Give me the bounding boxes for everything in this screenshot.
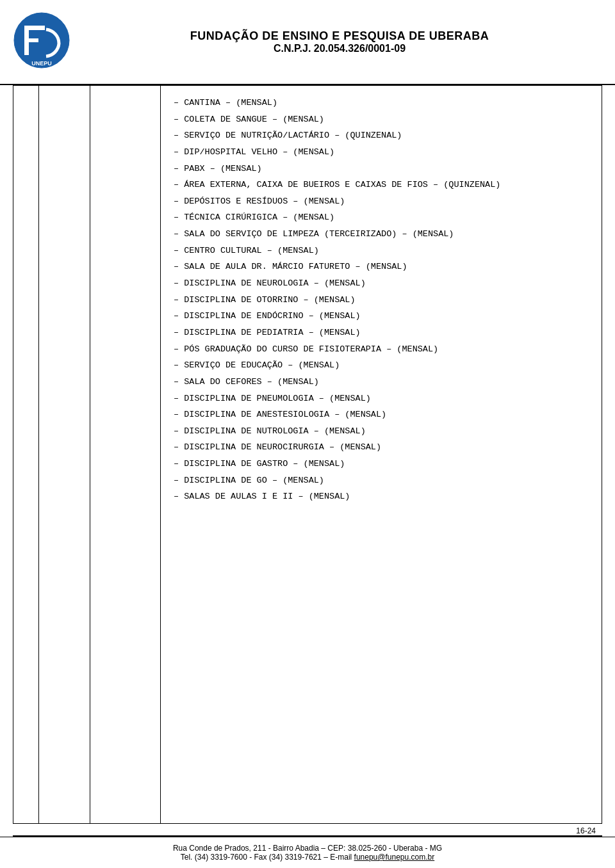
list-item: – DISCIPLINA DE OTORRINO – (MENSAL) bbox=[174, 292, 589, 309]
page-number: 16-24 bbox=[576, 826, 596, 835]
phone-text: Tel. (34) 3319-7600 - Fax (34) 3319-7621… bbox=[181, 853, 354, 862]
list-item: – DISCIPLINA DE GASTRO – (MENSAL) bbox=[174, 456, 589, 472]
list-item: – DIP/HOSPITAL VELHO – (MENSAL) bbox=[174, 144, 589, 161]
page-number-area: 16-24 bbox=[0, 824, 615, 835]
list-item: – SERVIÇO DE EDUCAÇÃO – (MENSAL) bbox=[174, 357, 589, 374]
list-item: – DEPÓSITOS E RESÍDUOS – (MENSAL) bbox=[174, 193, 589, 210]
list-item: – SALA DE AULA DR. MÁRCIO FATURETO – (ME… bbox=[174, 259, 589, 275]
page-wrapper: UNEPU FUNDAÇÃO DE ENSINO E PESQUISA DE U… bbox=[0, 0, 615, 868]
list-item: – SALA DO CEFORES – (MENSAL) bbox=[174, 374, 589, 390]
list-item: – PÓS GRADUAÇÃO DO CURSO DE FISIOTERAPIA… bbox=[174, 341, 589, 358]
list-item: – TÉCNICA CIRÚRIGICA – (MENSAL) bbox=[174, 209, 589, 226]
list-item: – DISCIPLINA DE PNEUMOLOGIA – (MENSAL) bbox=[174, 390, 589, 407]
list-item: – CENTRO CULTURAL – (MENSAL) bbox=[174, 243, 589, 259]
list-item: – COLETA DE SANGUE – (MENSAL) bbox=[174, 111, 589, 128]
svg-rect-2 bbox=[24, 26, 45, 30]
header-title: FUNDAÇÃO DE ENSINO E PESQUISA DE UBERABA… bbox=[83, 29, 596, 54]
org-cnpj: C.N.P.J. 20.054.326/0001-09 bbox=[83, 43, 596, 54]
content-list: – CANTINA – (MENSAL)– COLETA DE SANGUE –… bbox=[174, 95, 589, 505]
col-2 bbox=[39, 86, 90, 824]
main-content: – CANTINA – (MENSAL)– COLETA DE SANGUE –… bbox=[0, 85, 615, 824]
list-item: – DISCIPLINA DE GO – (MENSAL) bbox=[174, 472, 589, 489]
list-item: – DISCIPLINA DE ANESTESIOLOGIA – (MENSAL… bbox=[174, 406, 589, 423]
list-item: – SERVIÇO DE NUTRIÇÃO/LACTÁRIO – (QUINZE… bbox=[174, 127, 589, 144]
svg-text:UNEPU: UNEPU bbox=[31, 60, 52, 67]
col-3 bbox=[90, 86, 161, 824]
col-1 bbox=[13, 86, 39, 824]
content-table: – CANTINA – (MENSAL)– COLETA DE SANGUE –… bbox=[13, 85, 602, 824]
list-item: – DISCIPLINA DE NEUROLOGIA – (MENSAL) bbox=[174, 275, 589, 292]
list-item: – SALAS DE AULAS I E II – (MENSAL) bbox=[174, 488, 589, 505]
list-item: – PABX – (MENSAL) bbox=[174, 161, 589, 177]
page-footer: Rua Conde de Prados, 211 - Bairro Abadia… bbox=[0, 837, 615, 868]
org-name: FUNDAÇÃO DE ENSINO E PESQUISA DE UBERABA bbox=[83, 29, 596, 43]
list-item: – DISCIPLINA DE NEUROCIRURGIA – (MENSAL) bbox=[174, 439, 589, 456]
list-item: – ÁREA EXTERNA, CAIXA DE BUEIROS E CAIXA… bbox=[174, 177, 589, 193]
footer-address: Rua Conde de Prados, 211 - Bairro Abadia… bbox=[19, 844, 596, 853]
list-item: – SALA DO SERVIÇO DE LIMPEZA (TERCEIRIZA… bbox=[174, 226, 589, 243]
address-text: Rua Conde de Prados, 211 - Bairro Abadia… bbox=[173, 844, 442, 853]
email-link[interactable]: funepu@funepu.com.br bbox=[354, 853, 435, 862]
footer-contact: Tel. (34) 3319-7600 - Fax (34) 3319-7621… bbox=[19, 853, 596, 862]
list-item: – DISCIPLINA DE PEDIATRIA – (MENSAL) bbox=[174, 325, 589, 341]
list-item: – CANTINA – (MENSAL) bbox=[174, 95, 589, 111]
col-content: – CANTINA – (MENSAL)– COLETA DE SANGUE –… bbox=[161, 86, 602, 824]
list-item: – DISCIPLINA DE NUTROLOGIA – (MENSAL) bbox=[174, 423, 589, 440]
list-item: – DISCIPLINA DE ENDÓCRINO – (MENSAL) bbox=[174, 308, 589, 325]
svg-rect-3 bbox=[24, 38, 38, 42]
logo-area: UNEPU bbox=[13, 12, 83, 72]
page-header: UNEPU FUNDAÇÃO DE ENSINO E PESQUISA DE U… bbox=[0, 0, 615, 85]
funepu-logo: UNEPU bbox=[13, 12, 70, 69]
